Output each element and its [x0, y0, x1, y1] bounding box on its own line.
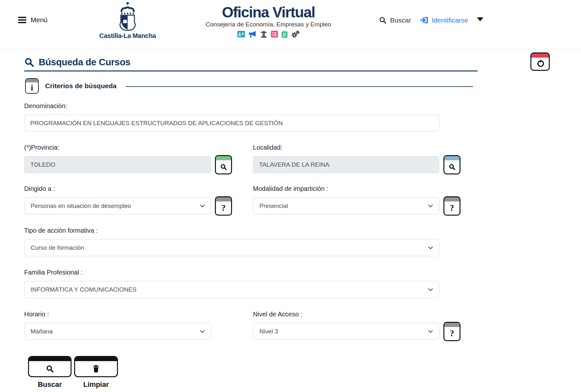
horario-label: Horario :: [24, 311, 49, 318]
denominacion-label: Denominación:: [24, 102, 67, 110]
login-button[interactable]: Identificarse: [420, 16, 468, 24]
limpiar-button-bar: [75, 357, 117, 361]
familia-label: Familia Profesional :: [24, 269, 82, 276]
provincia-lookup-bar: [216, 156, 231, 160]
info-icon: i: [25, 78, 39, 94]
section-divider: [126, 86, 473, 87]
site-header: Menú Castilla-La Mancha Oficina Virtual …: [0, 0, 581, 50]
nivel-select[interactable]: Nivel 3: [253, 323, 439, 340]
tipo-accion-label: Tipo de acción formativa :: [24, 227, 98, 234]
horario-value: Mañana: [31, 328, 53, 335]
dirigido-value: Personas en situación de desempleo: [31, 202, 131, 210]
page-title-row: Búsqueda de Cursos: [24, 54, 478, 71]
localidad-search-icon: [444, 160, 460, 173]
castilla-la-mancha-emblem-icon: [111, 2, 144, 32]
nivel-help-bar: [444, 323, 460, 327]
megaphone-icon[interactable]: [248, 31, 257, 38]
hamburger-icon: [18, 17, 26, 23]
localidad-label: Localidad:: [253, 144, 282, 151]
modalidad-label: Modalidad de impartición :: [253, 185, 328, 192]
buscar-search-icon: [29, 361, 71, 376]
criterios-section-header: i Criterios de búsqueda: [25, 78, 473, 94]
reset-button[interactable]: [530, 52, 550, 71]
dirigido-help-button[interactable]: ?: [215, 196, 232, 216]
denominacion-input[interactable]: [24, 115, 439, 132]
quick-links-row: [193, 30, 344, 38]
dirigido-label: Dirigido a :: [24, 185, 55, 192]
buscar-caption: Buscar: [28, 380, 72, 389]
question-icon: ?: [216, 201, 231, 215]
buscar-button[interactable]: [28, 356, 72, 377]
brand-block: Oficina Virtual Consejería de Economía, …: [193, 5, 344, 38]
modalidad-help-bar: [444, 197, 460, 201]
horario-select[interactable]: Mañana: [24, 323, 211, 340]
menu-button[interactable]: Menú: [18, 16, 48, 24]
logo-caption: Castilla-La Mancha: [96, 32, 159, 40]
list-icon[interactable]: [271, 31, 278, 38]
site-title: Oficina Virtual: [193, 5, 344, 20]
nivel-help-button[interactable]: ?: [443, 322, 460, 341]
menu-label: Menú: [31, 16, 48, 24]
section-title: Criterios de búsqueda: [45, 82, 117, 90]
undo-icon: [531, 58, 549, 70]
modalidad-select[interactable]: Presencial: [253, 197, 439, 214]
reset-button-bar: [531, 53, 549, 58]
familia-select[interactable]: INFORMÁTICA Y COMUNICACIONES: [24, 281, 439, 298]
oficina-virtual-page: Menú Castilla-La Mancha Oficina Virtual …: [0, 0, 581, 392]
nivel-value: Nivel 3: [259, 328, 278, 335]
localidad-lookup-button[interactable]: [443, 155, 460, 174]
nivel-label: Nivel de Acceso :: [253, 311, 302, 318]
chevron-down-icon: [200, 204, 205, 208]
chevron-down-icon: [428, 246, 433, 249]
chevron-down-icon: [428, 288, 433, 291]
header-search-button[interactable]: Buscar: [379, 16, 411, 24]
trash-icon: [75, 361, 117, 376]
search-title-icon: [24, 57, 34, 67]
gears-icon[interactable]: [291, 30, 300, 38]
question-icon: ?: [444, 201, 460, 215]
modalidad-help-button[interactable]: ?: [443, 196, 460, 216]
chevron-down-icon: [428, 204, 433, 208]
dirigido-help-bar: [216, 197, 231, 201]
header-search-label: Buscar: [390, 16, 411, 24]
castilla-la-mancha-logo[interactable]: Castilla-La Mancha: [96, 2, 159, 40]
modalidad-value: Presencial: [259, 202, 288, 210]
page-title: Búsqueda de Cursos: [39, 57, 131, 68]
limpiar-caption: Limpiar: [74, 380, 118, 389]
buscar-button-bar: [29, 357, 71, 361]
search-icon: [379, 16, 387, 24]
localidad-input: [253, 156, 439, 173]
question-icon: ?: [444, 327, 460, 340]
dirigido-select[interactable]: Personas en situación de desempleo: [24, 197, 211, 214]
chevron-down-icon[interactable]: [477, 17, 483, 21]
sign-in-icon: [420, 16, 429, 24]
clipboard-icon[interactable]: [281, 31, 288, 38]
login-label: Identificarse: [432, 16, 468, 24]
provincia-input: [24, 156, 211, 173]
chevron-down-icon: [428, 330, 433, 333]
tipo-accion-value: Curso de formación: [31, 244, 84, 251]
provincia-search-icon: [216, 160, 231, 173]
chevron-down-icon: [200, 330, 205, 333]
familia-value: INFORMÁTICA Y COMUNICACIONES: [31, 286, 137, 293]
tipo-accion-select[interactable]: Curso de formación: [24, 239, 439, 256]
header-right: Buscar Identificarse: [379, 16, 483, 24]
id-card-icon[interactable]: [237, 31, 245, 38]
site-subtitle: Consejería de Economía, Empresas y Emple…: [193, 21, 344, 28]
limpiar-button[interactable]: [74, 356, 118, 377]
provincia-label: (*)Provincia:: [24, 144, 59, 151]
provincia-lookup-button[interactable]: [215, 155, 232, 174]
localidad-lookup-bar: [444, 156, 460, 160]
graduate-icon[interactable]: [260, 31, 268, 38]
